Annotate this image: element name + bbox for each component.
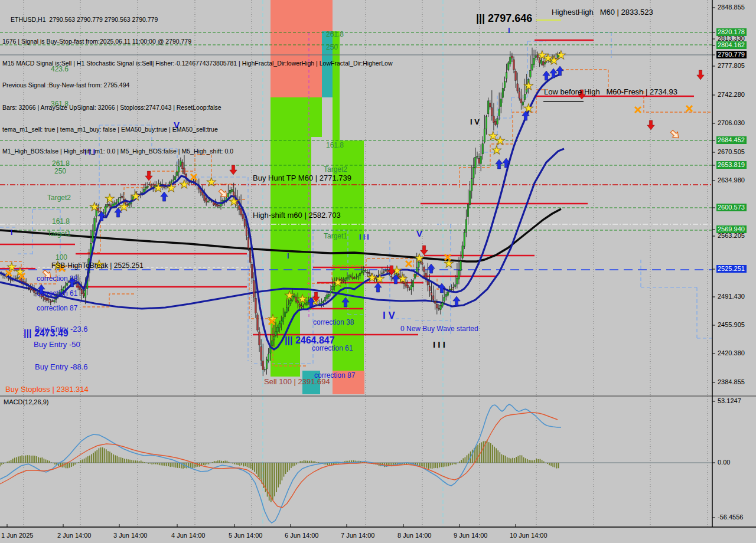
price-axis-label: 2670.505 (716, 148, 747, 156)
candle-body (511, 56, 513, 58)
candle-body (530, 70, 532, 77)
candle-body (105, 206, 106, 212)
candle-body (347, 277, 348, 279)
candle-body (176, 172, 178, 175)
candle-body (281, 321, 282, 324)
signal-star-icon: ★ (229, 194, 239, 208)
candle-body (444, 297, 445, 302)
signal-star-icon: ★ (374, 272, 385, 286)
candle-body (467, 205, 469, 217)
candle-body (487, 101, 489, 114)
candle-body (206, 199, 207, 202)
candle-body (151, 185, 152, 187)
candle-body (455, 285, 457, 287)
candle-body (46, 298, 48, 301)
signal-star-icon: ★ (333, 275, 343, 289)
chart-annotation: correction 87 (37, 305, 77, 312)
signal-star-icon: ★ (206, 175, 217, 189)
candle-body (144, 189, 145, 192)
candle-body (121, 196, 123, 198)
price-axis-label: 2600.573 (716, 204, 747, 211)
candle-body (295, 297, 297, 302)
candle-body (482, 143, 484, 153)
signal-line: 1676 | Signal is Buy-Stop-fast from:2025… (2, 38, 392, 45)
candle-body (288, 305, 289, 308)
candle-body (83, 293, 84, 296)
candle-body (352, 277, 354, 279)
candle-body (94, 218, 96, 231)
candle-body (204, 195, 206, 200)
candle-body (469, 191, 471, 204)
candle-body (477, 156, 478, 157)
chart-annotation: I I I (359, 234, 369, 241)
candle-body (302, 306, 304, 306)
chart-annotation: correction 38 (37, 275, 77, 283)
candle-body (438, 308, 440, 309)
candle-body (31, 289, 33, 290)
candle-body (423, 267, 425, 272)
candle-body (515, 71, 517, 80)
candle-body (174, 176, 176, 180)
chart-annotation: FSB-HighToBreak | 2525.251 (51, 262, 144, 270)
candle-body (440, 305, 442, 309)
bos-shift-line: M1_High_BOS:false | High_shift_m1: 0.0 |… (2, 148, 392, 155)
candle-body (350, 276, 352, 276)
x-mark-icon (406, 261, 412, 267)
chart-annotation: Target2 (47, 194, 71, 202)
candle-body (240, 208, 242, 214)
candle-body (409, 289, 410, 289)
sell-arrow-icon (145, 171, 152, 181)
candle-body (273, 337, 275, 340)
candle-body (328, 295, 330, 297)
signal-star-icon: ★ (89, 199, 100, 214)
signal-star-icon: ★ (297, 292, 308, 306)
price-axis-label: 2790.779 (716, 51, 747, 58)
time-axis-label: 3 Jun 14:00 (113, 532, 148, 539)
price-axis-label: 2653.819 (716, 161, 747, 169)
symbol-ohlc-line: ETHUSD,H1 2790.563 2790.779 2790.563 279… (2, 16, 392, 23)
buy-arrow-icon (556, 66, 563, 76)
candle-body (524, 94, 526, 100)
candle-body (506, 73, 507, 78)
candle-body (345, 279, 347, 280)
candle-body (214, 203, 216, 205)
candle-body (52, 301, 54, 302)
price-axis-label: 2420.380 (716, 349, 747, 357)
price-axis-label: 2742.280 (716, 91, 747, 99)
candle-body (54, 300, 56, 302)
candle-body (79, 286, 81, 290)
candle-body (359, 273, 361, 276)
price-axis-label: 2634.980 (716, 176, 747, 184)
candle-body (279, 324, 281, 328)
symbol-info-panel: ETHUSD,H1 2790.563 2790.779 2790.563 279… (2, 1, 392, 169)
candle-body (502, 89, 504, 98)
signal-star-icon: ★ (284, 288, 295, 302)
diag-arrow-icon (669, 129, 681, 140)
price-axis-label: 2563.205 (716, 232, 747, 240)
candle-body (517, 84, 519, 91)
x-mark-icon (635, 107, 641, 113)
candle-body (410, 285, 412, 289)
candle-body (286, 308, 288, 313)
candle-body (84, 290, 86, 297)
candle-body (491, 108, 493, 116)
candle-body (385, 270, 387, 270)
chart-annotation: Low before High M60-Fresh | 2734.93 (544, 88, 677, 96)
candle-body (414, 274, 416, 278)
candle-body (253, 280, 255, 297)
candle-body (259, 332, 260, 345)
chart-annotation: I (508, 27, 510, 35)
candle-body (412, 280, 414, 287)
buy-arrow-icon (428, 264, 435, 273)
candle-body (66, 283, 68, 286)
candle-body (244, 219, 246, 226)
time-axis-label: 8 Jun 14:00 (397, 532, 432, 539)
candle-body (513, 60, 515, 70)
candle-body (519, 91, 520, 98)
chart-annotation: I V (470, 118, 480, 126)
price-axis-label: 0.00 (716, 459, 732, 466)
signal-star-icon: ★ (15, 264, 25, 279)
price-axis-label: 2455.905 (716, 321, 747, 329)
candle-body (460, 261, 462, 271)
candle-body (465, 220, 467, 233)
